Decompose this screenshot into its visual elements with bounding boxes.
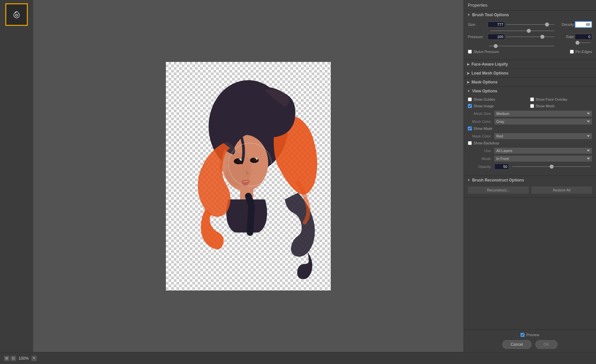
- show-face-overlay-label: Show Face Overlay: [536, 97, 568, 101]
- zoom-dropdown-button[interactable]: ▼: [31, 356, 37, 361]
- brush-reconstruct-body: Reconstruct... Restore All: [464, 184, 596, 197]
- mask-color-label: Mask Color:: [468, 134, 494, 138]
- face-aware-header[interactable]: ▶ Face-Aware Liquify: [464, 60, 596, 69]
- stylus-pressure-label: Stylus Pressure: [473, 50, 499, 54]
- use-row: Use: All Layers Current Layer: [468, 148, 592, 154]
- zoom-actual-button[interactable]: ⊡: [11, 356, 16, 361]
- mesh-color-label: Mesh Color:: [468, 120, 494, 124]
- opacity-label: Opacity:: [468, 165, 494, 169]
- size-label: Size:: [468, 23, 488, 26]
- pressure-rate-row: Pressure: Rate:: [468, 34, 592, 40]
- svg-point-3: [225, 153, 252, 186]
- ok-button[interactable]: OK: [535, 340, 558, 349]
- show-mask-input[interactable]: [468, 127, 472, 130]
- opacity-slider[interactable]: [511, 166, 592, 167]
- load-mesh-section: ▶ Load Mesh Options: [464, 69, 596, 78]
- mesh-size-row: Mesh Size: Medium Small Large: [468, 111, 592, 117]
- show-face-overlay-checkbox[interactable]: Show Face Overlay: [530, 97, 592, 101]
- size-slider[interactable]: [505, 24, 556, 25]
- show-image-label: Show Image: [473, 104, 494, 108]
- zoom-controls: ⊞ ⊡ 100% ▼: [4, 356, 37, 361]
- cancel-button[interactable]: Cancel: [502, 340, 531, 349]
- svg-point-9: [253, 158, 257, 162]
- show-guides-checkbox[interactable]: Show Guides: [468, 97, 530, 101]
- artwork-display: [166, 62, 331, 290]
- svg-point-0: [16, 14, 18, 16]
- show-mask-row: Show Mask: [468, 127, 592, 130]
- use-label: Use:: [468, 149, 494, 153]
- show-image-input[interactable]: [468, 104, 472, 108]
- rate-full-slider[interactable]: [488, 46, 556, 46]
- stylus-pressure-input[interactable]: [468, 50, 472, 54]
- mask-color-row: Mask Color: Red Green Blue Black: [468, 133, 592, 139]
- show-backdrop-row: Show Backdrop: [468, 141, 592, 145]
- show-mesh-checkbox[interactable]: Show Mesh: [530, 104, 592, 108]
- preview-checkbox[interactable]: Preview: [521, 333, 539, 337]
- rate-input[interactable]: [575, 34, 592, 40]
- view-options-header[interactable]: ▼ View Options: [464, 87, 596, 95]
- pin-edges-input[interactable]: [570, 50, 574, 54]
- mesh-size-dropdown[interactable]: Medium Small Large: [494, 111, 592, 117]
- rate-big-slider-row: [468, 46, 592, 46]
- canvas-area: [33, 0, 464, 352]
- restore-all-button[interactable]: Restore All: [531, 186, 592, 194]
- density-slider[interactable]: [489, 30, 556, 31]
- pressure-input[interactable]: [488, 34, 505, 40]
- density-input[interactable]: [575, 21, 592, 28]
- show-backdrop-checkbox[interactable]: Show Backdrop: [468, 141, 499, 145]
- liquify-tool-button[interactable]: [5, 3, 28, 26]
- pressure-label: Pressure:: [468, 35, 488, 39]
- show-mask-checkbox[interactable]: Show Mask: [468, 127, 492, 130]
- reconstruct-button[interactable]: Reconstruct...: [468, 186, 529, 194]
- show-face-overlay-input[interactable]: [530, 97, 534, 101]
- pressure-slider[interactable]: [505, 36, 556, 37]
- mode-dropdown[interactable]: In Front Behind Blend: [494, 156, 592, 162]
- brush-tool-options-triangle: ▼: [467, 13, 470, 17]
- svg-point-8: [237, 159, 241, 163]
- use-dropdown[interactable]: All Layers Current Layer: [494, 148, 592, 154]
- mask-options-triangle: ▶: [467, 80, 470, 84]
- pin-edges-checkbox[interactable]: Pin Edges: [570, 50, 592, 54]
- opacity-input[interactable]: [494, 164, 509, 170]
- brush-tool-options-label: Brush Tool Options: [472, 13, 509, 17]
- view-options-body: Show Guides Show Face Overlay Show Image: [464, 95, 596, 176]
- load-mesh-label: Load Mesh Options: [472, 71, 508, 76]
- image-mesh-row: Show Image Show Mesh: [468, 104, 592, 108]
- size-input[interactable]: [488, 22, 505, 27]
- panel-content: ▼ Brush Tool Options Size: Density:: [464, 11, 596, 329]
- face-aware-triangle: ▶: [467, 63, 470, 66]
- show-backdrop-label: Show Backdrop: [473, 141, 499, 145]
- brush-tool-options-header[interactable]: ▼ Brush Tool Options: [464, 11, 596, 19]
- size-density-row: Size: Density:: [468, 21, 592, 28]
- mask-options-header[interactable]: ▶ Mask Options: [464, 78, 596, 86]
- preview-input[interactable]: [521, 333, 524, 337]
- zoom-value: 100%: [19, 356, 29, 361]
- brush-reconstruct-header[interactable]: ▼ Brush Reconstruct Options: [464, 176, 596, 184]
- load-mesh-triangle: ▶: [467, 72, 470, 75]
- brush-reconstruct-label: Brush Reconstruct Options: [472, 178, 524, 182]
- mask-options-label: Mask Options: [472, 80, 498, 84]
- stylus-pinedges-row: Stylus Pressure Pin Edges: [468, 50, 592, 54]
- mask-color-dropdown[interactable]: Red Green Blue Black: [494, 133, 592, 139]
- left-toolbar: [0, 0, 33, 352]
- mask-options-section: ▶ Mask Options: [464, 78, 596, 87]
- brush-reconstruct-section: ▼ Brush Reconstruct Options Reconstruct.…: [464, 176, 596, 197]
- zoom-fit-button[interactable]: ⊞: [4, 356, 9, 361]
- face-aware-label: Face-Aware Liquify: [472, 62, 508, 67]
- show-guides-input[interactable]: [468, 97, 472, 101]
- load-mesh-header[interactable]: ▶ Load Mesh Options: [464, 69, 596, 78]
- show-backdrop-input[interactable]: [468, 141, 472, 145]
- stylus-pressure-checkbox[interactable]: Stylus Pressure: [468, 50, 499, 54]
- density-slider-row: [468, 30, 592, 31]
- reconstruct-buttons-row: Reconstruct... Restore All: [468, 186, 592, 194]
- view-options-triangle: ▼: [467, 89, 470, 93]
- show-image-checkbox[interactable]: Show Image: [468, 104, 530, 108]
- mesh-color-dropdown[interactable]: Gray Black White Red: [494, 119, 592, 125]
- rate-label: Rate:: [556, 35, 575, 39]
- panel-title: Properties: [464, 0, 596, 11]
- face-aware-section: ▶ Face-Aware Liquify: [464, 60, 596, 69]
- properties-panel: Properties ▼ Brush Tool Options Size:: [464, 0, 596, 352]
- rate-slider[interactable]: [575, 42, 592, 43]
- brush-tool-options-body: Size: Density:: [464, 19, 596, 60]
- show-mesh-input[interactable]: [530, 104, 534, 108]
